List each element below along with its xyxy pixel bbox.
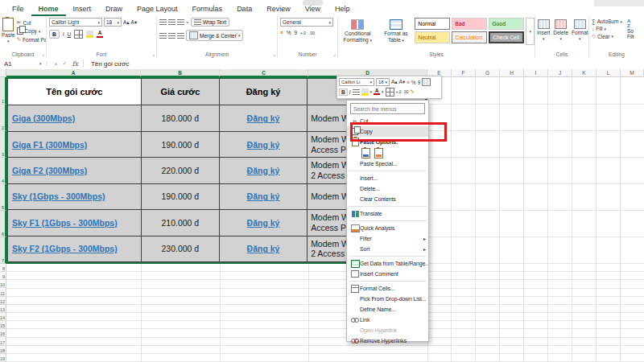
cell-c1[interactable]: Đăng ký xyxy=(220,79,308,105)
col-header-b[interactable]: B xyxy=(141,69,220,77)
enter-icon[interactable]: ✓ xyxy=(63,60,68,67)
comma-style-icon[interactable]: 9 xyxy=(294,30,297,35)
row-header-1[interactable]: 1 xyxy=(0,77,6,105)
col-header-a[interactable]: A xyxy=(6,69,141,77)
fx-icon[interactable]: fx xyxy=(72,60,77,68)
increase-decimal-icon[interactable]: +.0 xyxy=(396,89,402,94)
dialog-launcher-icon[interactable]: ⌟ xyxy=(333,51,336,56)
cell-package-name[interactable]: Sky (1Gbps - 300Mbps) xyxy=(8,184,142,210)
decrease-font-icon[interactable]: A▾ xyxy=(399,79,406,85)
style-check-cell[interactable]: Check Cell xyxy=(489,31,524,43)
cell-price[interactable]: 180.000 đ xyxy=(142,105,220,131)
cell-a1-active[interactable]: Tên gói cước xyxy=(8,79,142,105)
increase-font-icon[interactable]: A▴ xyxy=(123,19,130,26)
percent-style-icon[interactable]: % xyxy=(287,30,291,35)
menu-item-quick-analysis[interactable]: Quick Analysis xyxy=(347,223,428,233)
format-painter-button[interactable]: ✎Format Painter xyxy=(17,36,47,43)
col-header-k[interactable]: K xyxy=(572,69,597,77)
increase-decimal-icon[interactable]: +.0 xyxy=(300,31,306,35)
chevron-down-icon[interactable]: ▾ xyxy=(39,61,42,66)
menu-item-get-data[interactable]: Get Data from Table/Range... xyxy=(347,258,428,269)
menu-item-clear-contents[interactable]: Clear Contents xyxy=(347,194,428,204)
tab-data[interactable]: Data xyxy=(229,2,259,16)
merge-center-button[interactable]: Merge & Center▾ xyxy=(186,30,243,41)
wrap-text-button[interactable]: Wrap Text xyxy=(191,18,229,27)
italic-button[interactable]: I xyxy=(63,31,64,37)
menu-item-insert-comment[interactable]: Insert Comment xyxy=(347,269,428,279)
copy-button[interactable]: Copy▾ xyxy=(17,27,47,35)
row-header-7[interactable]: 7 xyxy=(0,237,6,264)
row-header-10[interactable]: 10 xyxy=(0,280,6,288)
accounting-format-icon[interactable]: ¤ xyxy=(280,30,283,35)
mini-font-size-select[interactable]: 18▾ xyxy=(376,78,390,86)
name-box[interactable]: A1 xyxy=(0,60,39,68)
cancel-icon[interactable]: × xyxy=(55,61,58,67)
cell-package-name[interactable]: Sky F1 (1Gbps - 300Mbps) xyxy=(8,210,142,236)
tab-draw[interactable]: Draw xyxy=(98,2,130,16)
align-right-icon[interactable] xyxy=(177,33,184,39)
row-header-16[interactable]: 16 xyxy=(0,329,6,337)
select-all-corner[interactable] xyxy=(0,69,6,77)
align-left-icon[interactable] xyxy=(159,33,167,39)
clear-button[interactable]: ◇Clear▾ xyxy=(592,33,622,39)
dialog-launcher-icon[interactable]: ⌟ xyxy=(273,51,275,56)
align-center-icon[interactable] xyxy=(168,33,175,39)
menu-item-delete[interactable]: Delete... xyxy=(347,183,428,194)
row-header-4[interactable]: 4 xyxy=(0,158,6,184)
tab-help[interactable]: Help xyxy=(328,2,357,16)
cell-register-link[interactable]: Đăng ký xyxy=(220,132,308,158)
decrease-font-icon[interactable]: A▾ xyxy=(131,19,138,26)
font-name-select[interactable]: Calibri Light▾ xyxy=(49,18,102,27)
tab-page-layout[interactable]: Page Layout xyxy=(130,2,185,16)
tab-formulas[interactable]: Formulas xyxy=(185,2,230,16)
align-bottom-icon[interactable] xyxy=(177,19,184,25)
menu-item-remove-hyperlinks[interactable]: Remove Hyperlinks xyxy=(347,335,428,346)
style-good[interactable]: Good xyxy=(489,18,524,30)
row-header-3[interactable]: 3 xyxy=(0,131,6,158)
format-as-table-button[interactable]: Format as Table ▾ xyxy=(378,18,415,43)
percent-style-icon[interactable]: % xyxy=(411,80,416,85)
cell-package-name[interactable]: Sky F2 (1Gbps - 300Mbps) xyxy=(8,237,142,262)
row-header-2[interactable]: 2 xyxy=(0,105,6,131)
font-color-icon[interactable]: A xyxy=(374,88,380,96)
menu-item-pick-from-list[interactable]: Pick From Drop-down List... xyxy=(347,294,428,304)
menu-item-filter[interactable]: Filter▸ xyxy=(347,233,428,244)
menu-item-paste-special[interactable]: Paste Special... xyxy=(347,158,428,169)
col-header-f[interactable]: F xyxy=(452,69,476,77)
align-center-icon[interactable] xyxy=(353,89,360,95)
accounting-format-icon[interactable]: ¤ xyxy=(407,80,410,85)
menu-item-translate[interactable]: Translate xyxy=(347,208,428,219)
menu-item-define-name[interactable]: Define Name... xyxy=(347,304,428,315)
paste-button[interactable]: Paste ▾ xyxy=(0,16,17,43)
bold-button[interactable]: B xyxy=(339,88,348,96)
comma-style-icon[interactable]: 9 xyxy=(418,80,421,85)
cell-b1[interactable]: Giá cước xyxy=(142,79,220,105)
col-header-m[interactable]: M xyxy=(621,69,644,77)
cell-register-link[interactable]: Đăng ký xyxy=(220,184,308,210)
format-painter-icon[interactable]: ✎ xyxy=(411,88,415,95)
menu-item-sort[interactable]: Sort▸ xyxy=(347,244,428,254)
format-cells-button[interactable]: Format▾ xyxy=(570,18,589,41)
menu-item-format-cells[interactable]: Format Cells... xyxy=(347,283,428,294)
conditional-formatting-button[interactable]: Conditional Formatting ▾ xyxy=(338,18,378,43)
row-header-11[interactable]: 11 xyxy=(0,288,6,296)
cut-button[interactable]: ✂Cut xyxy=(17,19,47,26)
col-header-h[interactable]: H xyxy=(500,69,524,77)
menu-item-link[interactable]: Link xyxy=(347,315,428,325)
cell-price[interactable]: 220.000 đ xyxy=(142,158,220,183)
row-header-8[interactable]: 8 xyxy=(0,264,6,272)
row-header-18[interactable]: 18 xyxy=(0,346,6,354)
menu-item-insert[interactable]: Insert... xyxy=(347,173,428,183)
dialog-launcher-icon[interactable]: ⌟ xyxy=(152,51,155,56)
tab-insert[interactable]: Insert xyxy=(66,2,99,16)
row-header-13[interactable]: 13 xyxy=(0,305,6,313)
insert-cells-button[interactable]: Insert▾ xyxy=(535,18,551,41)
align-middle-icon[interactable] xyxy=(168,19,175,25)
italic-button[interactable]: I xyxy=(349,89,351,95)
cell-price[interactable]: 190.000 đ xyxy=(142,184,220,210)
row-header-6[interactable]: 6 xyxy=(0,211,6,237)
fill-color-icon[interactable] xyxy=(86,31,93,38)
tab-review[interactable]: Review xyxy=(259,2,298,16)
cell-price[interactable]: 210.000 đ xyxy=(142,210,220,236)
borders-icon[interactable] xyxy=(386,88,394,97)
